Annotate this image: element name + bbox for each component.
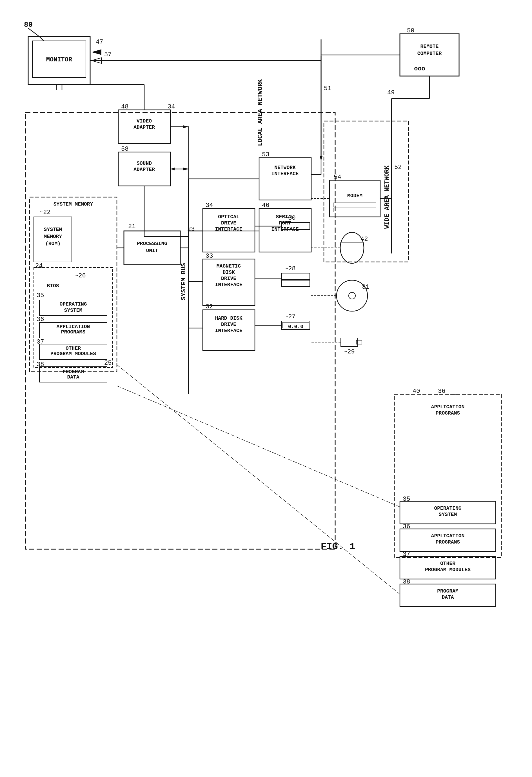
ref-54: 54 bbox=[334, 174, 341, 181]
net-iface-label: NETWORK bbox=[274, 165, 296, 171]
figure-number: 80 bbox=[24, 20, 33, 29]
wan-label: WIDE AREA NETWORK bbox=[384, 165, 391, 229]
ref-25: 25 bbox=[104, 360, 112, 367]
svg-marker-8 bbox=[92, 49, 101, 55]
ref-46: 46 bbox=[262, 202, 269, 209]
ref-37-inner: 37 bbox=[36, 338, 44, 346]
app-ext-label2: PROGRAMS bbox=[436, 539, 460, 545]
sound-adapter-label: SOUND bbox=[136, 160, 152, 166]
svg-line-0 bbox=[28, 28, 39, 37]
fig-label: FIG. 1 bbox=[321, 541, 355, 552]
hdd-icon: 0.0.0 bbox=[288, 324, 303, 330]
proc-unit-label2: UNIT bbox=[146, 248, 158, 253]
os-label-inner: OPERATING bbox=[60, 301, 87, 307]
ref-29: ~29 bbox=[344, 348, 355, 355]
ref-57: 57 bbox=[104, 51, 112, 58]
svg-rect-54 bbox=[356, 340, 362, 344]
ref-34b: 34 bbox=[168, 103, 175, 110]
svg-marker-84 bbox=[183, 125, 189, 128]
os-label-inner2: SYSTEM bbox=[64, 308, 83, 313]
svg-marker-83 bbox=[183, 168, 189, 171]
ref-38-inner: 38 bbox=[36, 361, 44, 368]
svg-rect-11 bbox=[34, 217, 72, 262]
ref-51: 51 bbox=[324, 85, 331, 92]
ref-21: 21 bbox=[128, 223, 135, 230]
ref-37-ext: 37 bbox=[403, 551, 410, 558]
video-adapter-label: VIDEO bbox=[136, 118, 152, 124]
os-ext-label: OPERATING bbox=[434, 506, 461, 511]
prog-data-label-inner2: DATA bbox=[67, 374, 79, 380]
remote-comp-ports: ooo bbox=[414, 65, 425, 72]
ref-52: 52 bbox=[394, 164, 402, 171]
ref-28: ~28 bbox=[285, 265, 296, 272]
prog-data-ext-label: PROGRAM bbox=[437, 588, 458, 594]
rom-label3: (ROM) bbox=[45, 241, 61, 246]
system-memory-label: SYSTEM MEMORY bbox=[54, 201, 93, 207]
rom-label2: MEMORY bbox=[44, 234, 62, 239]
app-prog-label-inner2: PROGRAMS bbox=[61, 329, 86, 335]
other-ext-label: OTHER bbox=[440, 561, 455, 566]
hdd-iface-label2: DRIVE bbox=[221, 322, 236, 327]
ref-53: 53 bbox=[262, 151, 269, 158]
svg-rect-67 bbox=[334, 208, 376, 212]
ref-50: 50 bbox=[407, 27, 414, 34]
ref-40: 40 bbox=[413, 388, 420, 395]
ref-36-inner: 36 bbox=[36, 316, 44, 323]
svg-rect-66 bbox=[334, 203, 376, 207]
app-prog-label-inner: APPLICATION bbox=[57, 324, 90, 330]
app-ext-label: APPLICATION bbox=[431, 533, 465, 539]
svg-line-76 bbox=[117, 365, 400, 594]
svg-line-77 bbox=[117, 386, 400, 507]
remote-comp-label: REMOTE bbox=[420, 44, 439, 49]
system-bus-label: SYSTEM BUS bbox=[180, 263, 187, 300]
net-iface-label2: INTERFACE bbox=[271, 171, 299, 177]
svg-marker-85 bbox=[320, 156, 322, 160]
svg-rect-42 bbox=[282, 280, 310, 287]
app-programs-ext-title2: PROGRAMS bbox=[436, 410, 460, 416]
svg-point-51 bbox=[349, 292, 355, 299]
mag-iface-label2: DISK bbox=[222, 269, 235, 275]
opt-iface-label: OPTICAL bbox=[218, 214, 239, 220]
ref-27: ~27 bbox=[285, 313, 296, 320]
mag-iface-label: MAGNETIC bbox=[217, 263, 241, 269]
prog-data-ext-label2: DATA bbox=[442, 594, 454, 600]
ref-24: 24 bbox=[35, 262, 42, 269]
ref-33: 33 bbox=[206, 253, 213, 260]
ref-31: 31 bbox=[362, 284, 369, 291]
ref-36-ext2: 36 bbox=[403, 523, 410, 530]
diagram-container: 80 MONITOR 47 57 SYSTEM MEMORY ~22 SYSTE… bbox=[0, 0, 532, 777]
rom-label: SYSTEM bbox=[44, 227, 62, 232]
proc-unit-label: PROCESSING bbox=[137, 241, 167, 246]
ref-42: 42 bbox=[360, 236, 368, 243]
video-adapter-label2: ADAPTER bbox=[133, 124, 155, 130]
svg-rect-53 bbox=[341, 338, 358, 346]
ref-36-ext: 36 bbox=[438, 388, 445, 395]
ref-48: 48 bbox=[121, 103, 128, 110]
mag-iface-label3: DRIVE bbox=[221, 276, 236, 281]
prog-data-label-inner: PROGRAM bbox=[63, 369, 84, 374]
ref-32: 32 bbox=[206, 303, 213, 310]
monitor-label: MONITOR bbox=[46, 56, 72, 64]
hdd-iface-label: HARD DISK bbox=[215, 315, 242, 321]
mag-iface-label4: INTERFACE bbox=[215, 282, 242, 288]
svg-rect-41 bbox=[282, 273, 310, 280]
hdd-iface-label3: INTERFACE bbox=[215, 328, 242, 333]
svg-rect-27 bbox=[259, 158, 311, 200]
other-ext-label2: PROGRAM MODULES bbox=[425, 567, 470, 572]
ref-34: 34 bbox=[206, 202, 213, 209]
ref-26: ~26 bbox=[75, 272, 86, 280]
ref-58: 58 bbox=[121, 145, 128, 153]
svg-line-1 bbox=[39, 37, 44, 41]
sound-adapter-label2: ADAPTER bbox=[133, 167, 155, 173]
ref-35-inner: 35 bbox=[36, 292, 44, 299]
bios-label: BIOS bbox=[47, 283, 59, 289]
lan-label: LOCAL AREA NETWORK bbox=[257, 79, 264, 146]
ref-47: 47 bbox=[96, 38, 103, 45]
app-programs-ext-title: APPLICATION bbox=[431, 404, 465, 410]
ref-38-ext: 38 bbox=[403, 578, 410, 585]
opt-iface-label2: DRIVE bbox=[221, 220, 236, 226]
ref-49: 49 bbox=[387, 89, 395, 96]
svg-rect-65 bbox=[329, 180, 380, 217]
modem-label: MODEM bbox=[347, 193, 362, 199]
other-prog-label-inner2: PROGRAM MODULES bbox=[50, 351, 96, 356]
